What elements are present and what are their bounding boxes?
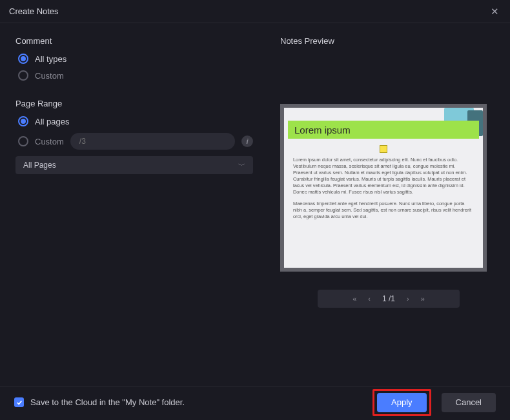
footer: Save to the Cloud in the "My Note" folde… — [0, 386, 510, 418]
close-icon[interactable]: ✕ — [488, 5, 501, 18]
save-cloud-label: Save to the Cloud in the "My Note" folde… — [30, 397, 185, 407]
preview-paragraph: Maecenas Imperdiet ante eget hendrerit p… — [293, 201, 474, 220]
save-cloud-row[interactable]: Save to the Cloud in the "My Note" folde… — [14, 397, 185, 407]
radio-row-all-types[interactable]: All types — [15, 54, 253, 64]
save-cloud-checkbox[interactable] — [14, 397, 24, 407]
left-panel: Comment All types Custom Page Range All … — [0, 23, 265, 386]
radio-all-pages-label: All pages — [35, 117, 69, 126]
radio-row-custom-types[interactable]: Custom — [15, 70, 253, 81]
comment-section-label: Comment — [15, 36, 253, 46]
preview-title-bar: Lorem ipsum — [288, 121, 479, 139]
page-range-input[interactable] — [70, 133, 235, 150]
radio-row-custom-pages: Custom i — [15, 133, 253, 150]
notes-preview: Lorem ipsum Lorem ipsum dolor sit amet, … — [280, 104, 487, 272]
window-title: Create Notes — [9, 6, 59, 16]
dialog-body: Comment All types Custom Page Range All … — [0, 23, 510, 386]
info-icon: i — [241, 135, 253, 147]
page-select-value: All Pages — [23, 161, 56, 170]
radio-custom-pages[interactable] — [18, 136, 28, 146]
pager-value: 1 /1 — [382, 294, 395, 303]
radio-custom-types-label: Custom — [35, 71, 64, 81]
page-select[interactable]: All Pages ﹀ — [15, 156, 253, 174]
right-panel: Notes Preview Lorem ipsum Lorem ipsum do… — [265, 23, 510, 386]
radio-all-types-label: All types — [35, 54, 66, 64]
chevron-down-icon: ﹀ — [238, 161, 245, 170]
preview-label: Notes Preview — [280, 36, 497, 46]
footer-buttons: Apply Cancel — [372, 389, 496, 416]
preview-paragraph: Lorem ipsum dolor sit amet, consectetur … — [293, 157, 474, 195]
apply-highlight: Apply — [372, 389, 431, 416]
apply-button[interactable]: Apply — [377, 393, 427, 412]
sticky-note-icon — [380, 145, 387, 153]
radio-custom-types[interactable] — [18, 70, 28, 81]
radio-all-types[interactable] — [18, 54, 28, 64]
pager-first-icon[interactable]: « — [352, 295, 356, 303]
pager: « ‹ 1 /1 › » — [318, 290, 460, 308]
radio-all-pages[interactable] — [18, 116, 28, 126]
pager-next-icon[interactable]: › — [407, 295, 409, 303]
titlebar: Create Notes ✕ — [0, 0, 510, 23]
pager-prev-icon[interactable]: ‹ — [368, 295, 371, 303]
pager-last-icon[interactable]: » — [421, 295, 425, 303]
preview-title: Lorem ipsum — [294, 125, 351, 135]
cancel-button[interactable]: Cancel — [442, 393, 496, 412]
preview-content: Lorem ipsum dolor sit amet, consectetur … — [293, 145, 474, 261]
radio-custom-pages-label: Custom — [35, 137, 64, 146]
radio-row-all-pages[interactable]: All pages — [15, 116, 253, 126]
page-range-section-label: Page Range — [15, 99, 253, 108]
